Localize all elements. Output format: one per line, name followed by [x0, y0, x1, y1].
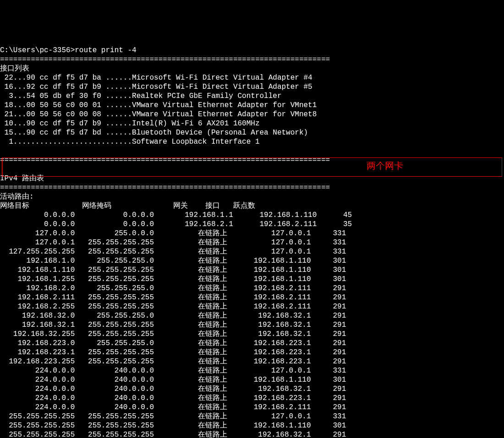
- blank-line: [0, 165, 5, 173]
- route-row: 192.168.223.255 255.255.255.255 在链路上 192…: [0, 357, 346, 366]
- separator: ========================================…: [0, 184, 330, 192]
- route-row: 224.0.0.0 240.0.0.0 在链路上 192.168.223.1 2…: [0, 394, 346, 402]
- separator: ========================================…: [0, 55, 330, 64]
- route-row: 192.168.223.0 255.255.255.0 在链路上 192.168…: [0, 339, 346, 347]
- route-row: 192.168.223.1 255.255.255.255 在链路上 192.1…: [0, 348, 346, 357]
- interface-entry: 21...00 50 56 c0 00 08 ......VMware Virt…: [0, 110, 317, 119]
- route-row: 127.0.0.0 255.0.0.0 在链路上 127.0.0.1 331: [0, 229, 346, 238]
- interface-entry: 18...00 50 56 c0 00 01 ......VMware Virt…: [0, 101, 317, 109]
- route-row: 224.0.0.0 240.0.0.0 在链路上 192.168.32.1 29…: [0, 385, 346, 393]
- route-row: 192.168.32.0 255.255.255.0 在链路上 192.168.…: [0, 312, 346, 320]
- route-row: 192.168.32.255 255.255.255.255 在链路上 192.…: [0, 330, 346, 338]
- command-line[interactable]: C:\Users\pc-3356>route print -4: [0, 46, 137, 54]
- route-row: 192.168.32.1 255.255.255.255 在链路上 192.16…: [0, 321, 346, 329]
- interface-entry: 10...90 cc df f5 d7 b9 ......Intel(R) Wi…: [0, 119, 260, 128]
- prompt: C:\Users\pc-3356>: [0, 46, 75, 54]
- route-row: 192.168.2.255 255.255.255.255 在链路上 192.1…: [0, 303, 346, 311]
- route-row: 192.168.1.255 255.255.255.255 在链路上 192.1…: [0, 275, 346, 283]
- interface-entry: 16...92 cc df f5 d7 b9 ......Microsoft W…: [0, 83, 312, 91]
- route-row: 192.168.1.110 255.255.255.255 在链路上 192.1…: [0, 266, 346, 274]
- interface-entry: 3...54 05 db ef 30 f0 ......Realtek PCIe…: [0, 92, 282, 100]
- route-row: 192.168.2.0 255.255.255.0 在链路上 192.168.2…: [0, 284, 346, 292]
- route-row: 192.168.2.111 255.255.255.255 在链路上 192.1…: [0, 293, 346, 302]
- route-row: 224.0.0.0 240.0.0.0 在链路上 127.0.0.1 331: [0, 367, 346, 375]
- route-row: 255.255.255.255 255.255.255.255 在链路上 192…: [0, 431, 346, 438]
- route-columns: 网络目标 网络掩码 网关 接口 跃点数: [0, 202, 255, 210]
- route-row: 0.0.0.0 0.0.0.0 192.168.1.1 192.168.1.11…: [0, 211, 352, 219]
- route-row: 255.255.255.255 255.255.255.255 在链路上 192…: [0, 422, 346, 430]
- interface-entry: 22...90 cc df f5 d7 ba ......Microsoft W…: [0, 74, 312, 82]
- command: route print -4: [75, 46, 136, 54]
- route-table-body: 0.0.0.0 0.0.0.0 192.168.1.1 192.168.1.11…: [0, 211, 504, 438]
- interface-entry: 1...........................Software Loo…: [0, 138, 260, 146]
- active-routes-label: 活动路由:: [0, 193, 34, 201]
- separator: ========================================…: [0, 156, 330, 164]
- interface-list: 22...90 cc df f5 d7 ba ......Microsoft W…: [0, 73, 504, 146]
- terminal-output: C:\Users\pc-3356>route print -4 ========…: [0, 37, 504, 438]
- route-row: 255.255.255.255 255.255.255.255 在链路上 127…: [0, 412, 346, 421]
- route-table-header: IPv4 路由表: [0, 174, 44, 183]
- route-row: 192.168.1.0 255.255.255.0 在链路上 192.168.1…: [0, 257, 346, 265]
- route-row: 224.0.0.0 240.0.0.0 在链路上 192.168.1.110 3…: [0, 376, 346, 384]
- route-row: 0.0.0.0 0.0.0.0 192.168.2.1 192.168.2.11…: [0, 220, 352, 228]
- route-row: 224.0.0.0 240.0.0.0 在链路上 192.168.2.111 2…: [0, 403, 346, 411]
- route-row: 127.0.0.1 255.255.255.255 在链路上 127.0.0.1…: [0, 238, 346, 247]
- interface-list-header: 接口列表: [0, 65, 29, 73]
- route-row: 127.255.255.255 255.255.255.255 在链路上 127…: [0, 248, 346, 256]
- interface-entry: 15...90 cc df f5 d7 bd ......Bluetooth D…: [0, 129, 308, 137]
